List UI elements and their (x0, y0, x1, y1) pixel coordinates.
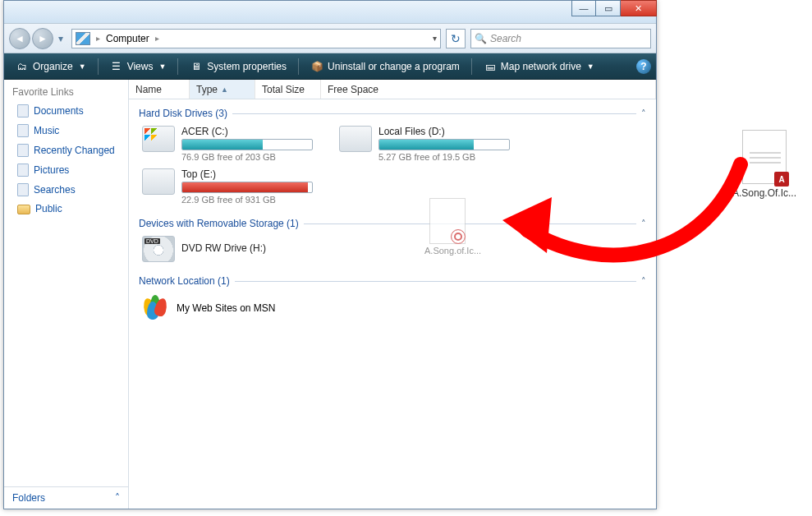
usage-bar (378, 139, 510, 150)
column-total-size[interactable]: Total Size (255, 80, 321, 99)
drive-info: ACER (C:) 76.9 GB free of 203 GB (181, 126, 313, 162)
folders-pane-toggle[interactable]: Folders ˄ (4, 486, 128, 509)
dvd-drive-icon (142, 236, 175, 262)
sort-asc-icon: ▲ (221, 85, 228, 94)
help-button[interactable]: ? (636, 59, 651, 74)
map-network-drive-button[interactable]: 🖴 Map network drive ▼ (477, 58, 601, 76)
divider (304, 223, 636, 224)
drive-dvd[interactable]: DVD RW Drive (H:) (142, 236, 306, 262)
network-location-msn[interactable]: My Web Sites on MSN (139, 290, 646, 326)
explorer-window: — ▭ ✕ ◄ ► ▾ ▸ Computer ▸ ▾ ↻ 🔍 Search 🗂 … (3, 0, 657, 509)
search-icon: 🔍 (475, 33, 487, 44)
sidebar-item-music[interactable]: Music (4, 121, 128, 141)
folders-label: Folders (12, 492, 45, 504)
refresh-icon: ↻ (451, 32, 461, 45)
computer-icon: 🖥 (190, 60, 203, 73)
drive-info: DVD RW Drive (H:) (181, 236, 306, 256)
column-headers: Name Type▲ Total Size Free Space (129, 80, 656, 99)
nav-history-dropdown[interactable]: ▾ (55, 28, 67, 49)
drive-label: Local Files (D:) (378, 126, 510, 137)
divider (232, 113, 636, 114)
titlebar[interactable]: — ▭ ✕ (4, 1, 656, 24)
sidebar-item-searches[interactable]: Searches (4, 180, 128, 200)
maximize-button[interactable]: ▭ (596, 0, 621, 16)
group-removable-header[interactable]: Devices with Removable Storage (1) ˄ (139, 213, 646, 233)
views-label: Views (127, 61, 154, 72)
group-network-header[interactable]: Network Location (1) ˄ (139, 270, 646, 290)
drive-e[interactable]: Top (E:) 22.9 GB free of 931 GB (142, 168, 306, 205)
pdf-badge-icon: A (774, 172, 789, 187)
address-bar[interactable]: ▸ Computer ▸ ▾ (71, 29, 441, 48)
searches-icon (17, 183, 29, 196)
breadcrumb-sep-icon[interactable]: ▸ (153, 34, 162, 43)
nav-buttons: ◄ ► ▾ (9, 28, 67, 49)
drive-subtext: 5.27 GB free of 19.5 GB (378, 152, 510, 162)
sidebar-item-label: Documents (34, 105, 84, 117)
drive-subtext: 76.9 GB free of 203 GB (181, 152, 313, 162)
sidebar-item-recent[interactable]: Recently Changed (4, 141, 128, 160)
refresh-button[interactable]: ↻ (446, 29, 466, 48)
content-pane: Name Type▲ Total Size Free Space Hard Di… (129, 80, 656, 509)
forward-button[interactable]: ► (32, 28, 53, 49)
separator (298, 58, 299, 75)
sidebar-item-label: Public (35, 203, 62, 214)
chevron-down-icon: ▼ (79, 62, 86, 71)
views-icon: ☰ (110, 60, 123, 73)
separator (471, 58, 472, 75)
collapse-icon[interactable]: ˄ (641, 108, 646, 119)
col-label: Total Size (262, 84, 305, 95)
column-free-space[interactable]: Free Space (321, 80, 656, 99)
sidebar-item-label: Recently Changed (34, 145, 115, 156)
network-label: My Web Sites on MSN (177, 302, 275, 314)
drive-label: DVD RW Drive (H:) (181, 242, 306, 254)
system-properties-button[interactable]: 🖥 System properties (183, 58, 293, 76)
drive-d[interactable]: Local Files (D:) 5.27 GB free of 19.5 GB (339, 126, 503, 162)
pictures-icon (17, 164, 29, 177)
nav-bar: ◄ ► ▾ ▸ Computer ▸ ▾ ↻ 🔍 Search (4, 24, 656, 53)
pdf-file-icon: A (742, 130, 787, 184)
usage-fill (182, 140, 263, 150)
favorites-list: Documents Music Recently Changed Picture… (4, 101, 128, 486)
close-button[interactable]: ✕ (621, 0, 657, 16)
favorites-header: Favorite Links (4, 80, 128, 101)
mapdrive-label: Map network drive (501, 61, 581, 72)
sidebar-item-public[interactable]: Public (4, 200, 128, 218)
usage-bar (181, 182, 313, 193)
back-button[interactable]: ◄ (9, 28, 30, 49)
uninstall-program-button[interactable]: 📦 Uninstall or change a program (304, 58, 466, 76)
content-scroll[interactable]: Hard Disk Drives (3) ˄ ACER (C:) 76.9 GB… (129, 99, 656, 509)
drive-c[interactable]: ACER (C:) 76.9 GB free of 203 GB (142, 126, 306, 162)
search-box[interactable]: 🔍 Search (470, 29, 651, 48)
computer-icon (76, 32, 90, 45)
removable-grid: DVD RW Drive (H:) (139, 233, 646, 270)
drive-icon (339, 126, 372, 152)
collapse-icon[interactable]: ˄ (641, 219, 646, 229)
desktop-file-pdf[interactable]: A A.Song.Of.Ic... (732, 130, 796, 199)
drive-label: Top (E:) (181, 168, 313, 180)
organize-button[interactable]: 🗂 Organize ▼ (9, 58, 93, 76)
map-drive-icon: 🖴 (484, 60, 497, 73)
body: Favorite Links Documents Music Recently … (4, 80, 656, 509)
sidebar-item-documents[interactable]: Documents (4, 101, 128, 121)
recent-icon (17, 144, 29, 157)
documents-icon (17, 104, 29, 117)
column-type[interactable]: Type▲ (190, 80, 255, 99)
divider (235, 281, 636, 282)
collapse-icon[interactable]: ˄ (641, 276, 646, 287)
col-label: Name (135, 84, 162, 95)
sidebar-item-pictures[interactable]: Pictures (4, 160, 128, 180)
usage-bar (181, 139, 313, 150)
address-dropdown-icon[interactable]: ▾ (433, 34, 437, 43)
desktop-file-label: A.Song.Of.Ic... (732, 187, 796, 199)
folder-icon (17, 205, 30, 214)
views-button[interactable]: ☰ Views ▼ (103, 58, 173, 76)
sidebar-item-label: Searches (34, 184, 76, 196)
sysprops-label: System properties (207, 61, 287, 72)
usage-fill (182, 182, 308, 192)
uninstall-icon: 📦 (310, 60, 323, 73)
column-name[interactable]: Name (129, 80, 190, 99)
breadcrumb-location[interactable]: Computer (106, 33, 149, 44)
minimize-button[interactable]: — (571, 0, 596, 16)
group-hdd-header[interactable]: Hard Disk Drives (3) ˄ (139, 103, 646, 122)
chevron-down-icon: ▼ (158, 62, 166, 71)
